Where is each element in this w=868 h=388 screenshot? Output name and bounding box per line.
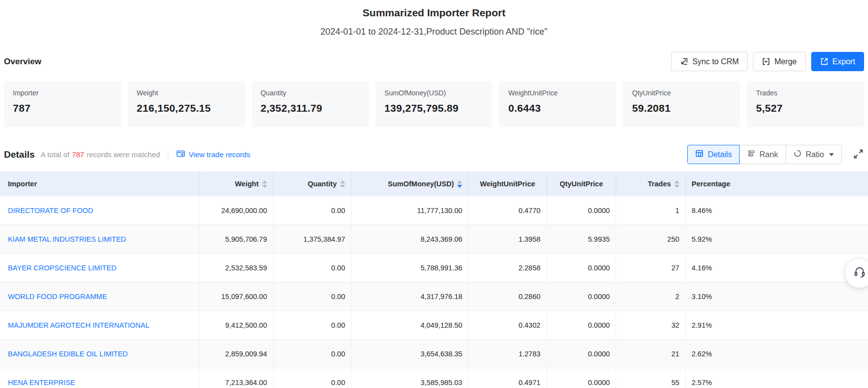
summary-suffix: records were matched	[87, 150, 160, 159]
importer-link[interactable]: DIRECTORATE OF FOOD	[8, 207, 93, 215]
fullscreen-button[interactable]	[853, 148, 864, 161]
column-label: Quantity	[308, 180, 337, 188]
sync-to-crm-button[interactable]: Sync to CRM	[671, 52, 748, 71]
importer-link-container: BAYER CROPSCIENCE LIMITED	[0, 254, 199, 282]
stat-label: Weight	[137, 89, 236, 97]
sort-icon-active-desc[interactable]	[457, 180, 462, 188]
stat-card-quantity: Quantity 2,352,311.79	[252, 81, 369, 127]
percentage-cell: 2.57%	[686, 368, 868, 388]
table-row: KIAM METAL INDUSTRIES LIMITED5,905,706.7…	[0, 225, 868, 254]
weight-unit-price-cell: 1.3958	[469, 225, 547, 253]
trades-cell: 1	[616, 196, 686, 224]
trade-records-icon	[176, 150, 185, 159]
stat-value: 59.2081	[632, 102, 731, 114]
quantity-cell: 0.00	[274, 196, 352, 224]
details-heading: Details	[4, 149, 35, 160]
importer-link-container: HENA ENTERPRISE	[0, 368, 199, 388]
sum-of-money-cell: 4,317,976.18	[352, 282, 469, 310]
qty-unit-price-cell: 5.9935	[547, 225, 617, 253]
quantity-cell: 0.00	[274, 340, 352, 368]
column-label: Importer	[8, 180, 37, 188]
qty-unit-price-cell: 0.0000	[547, 254, 617, 282]
table-row: BAYER CROPSCIENCE LIMITED2,532,583.590.0…	[0, 254, 868, 282]
sync-to-crm-label: Sync to CRM	[692, 57, 739, 66]
records-count: 787	[72, 150, 84, 159]
column-label: Percentage	[692, 180, 730, 188]
stat-label: Trades	[756, 89, 855, 97]
summary-prefix: A total of	[40, 150, 69, 159]
weight-unit-price-cell: 0.4770	[469, 196, 547, 224]
view-trade-records-link[interactable]: View trade records	[176, 150, 250, 159]
export-button[interactable]: Export	[811, 52, 864, 71]
column-header-quantity[interactable]: Quantity	[274, 172, 352, 196]
importer-link[interactable]: MAJUMDER AGROTECH INTERNATIONAL	[8, 321, 150, 329]
sort-icon[interactable]	[262, 180, 267, 188]
stat-label: WeightUnitPrice	[508, 89, 607, 97]
export-label: Export	[832, 57, 855, 66]
stat-value: 787	[13, 102, 112, 114]
weight-cell: 2,532,583.59	[199, 254, 273, 282]
records-matched-text: A total of787records were matched	[40, 150, 160, 159]
stat-value: 2,352,311.79	[261, 102, 360, 114]
overview-bar: Overview Sync to CRM Merge Export	[4, 52, 864, 71]
tab-ratio[interactable]: Ratio	[786, 145, 842, 164]
importer-link[interactable]: BANGLADESH EDIBLE OIL LIMITED	[8, 350, 128, 358]
importer-link-container: WORLD FOOD PROGRAMME	[0, 282, 199, 310]
sum-of-money-cell: 4,049,128.50	[352, 311, 469, 339]
weight-unit-price-cell: 2.2858	[469, 254, 547, 282]
trades-cell: 21	[616, 340, 686, 368]
column-header-weight[interactable]: Weight	[199, 172, 273, 196]
percentage-cell: 3.10%	[686, 282, 868, 310]
sum-of-money-cell: 3,654,638.35	[352, 340, 469, 368]
column-header-trades[interactable]: Trades	[616, 172, 686, 196]
details-summary: Details A total of787records were matche…	[4, 149, 250, 160]
trades-cell: 2	[616, 282, 686, 310]
merge-label: Merge	[774, 57, 796, 66]
tab-rank[interactable]: Rank	[739, 145, 786, 164]
stat-value: 5,527	[756, 102, 855, 114]
stat-card-sum-of-money: SumOfMoney(USD) 139,275,795.89	[376, 81, 493, 127]
merge-button[interactable]: Merge	[753, 52, 805, 71]
importer-link-container: MAJUMDER AGROTECH INTERNATIONAL	[0, 311, 199, 339]
percentage-cell: 8.46%	[686, 196, 868, 224]
sum-of-money-cell: 11,777,130.00	[352, 196, 469, 224]
details-bar: Details A total of787records were matche…	[4, 145, 864, 164]
table-header-row: Importer Weight Quantity SumOfMoney(USD)…	[0, 172, 868, 196]
quantity-cell: 0.00	[274, 282, 352, 310]
column-label: QtyUnitPrice	[559, 180, 603, 188]
vertical-divider	[168, 150, 168, 159]
fullscreen-expand-icon	[853, 148, 864, 161]
trades-cell: 250	[616, 225, 686, 253]
importer-link[interactable]: WORLD FOOD PROGRAMME	[8, 293, 107, 301]
stat-value: 139,275,795.89	[385, 102, 484, 114]
table-row: WORLD FOOD PROGRAMME15,097,600.000.004,3…	[0, 282, 868, 311]
qty-unit-price-cell: 0.0000	[547, 340, 617, 368]
tab-details[interactable]: Details	[687, 145, 740, 164]
stat-card-trades: Trades 5,527	[747, 81, 864, 127]
weight-unit-price-cell: 0.2860	[469, 282, 547, 310]
export-icon	[820, 57, 829, 66]
overview-heading: Overview	[4, 57, 41, 67]
stat-cards: Importer 787 Weight 216,150,275.15 Quant…	[4, 81, 864, 127]
importer-link-container: KIAM METAL INDUSTRIES LIMITED	[0, 225, 199, 253]
column-header-weight-unit-price: WeightUnitPrice	[469, 172, 547, 196]
weight-unit-price-cell: 1.2783	[469, 340, 547, 368]
importer-link[interactable]: HENA ENTERPRISE	[8, 379, 75, 387]
percentage-cell: 4.16%	[686, 254, 868, 282]
trades-cell: 27	[616, 254, 686, 282]
importer-link[interactable]: KIAM METAL INDUSTRIES LIMITED	[8, 235, 126, 243]
view-trade-records-label: View trade records	[189, 150, 250, 159]
importer-table: Importer Weight Quantity SumOfMoney(USD)…	[0, 172, 868, 388]
sort-icon[interactable]	[674, 180, 679, 188]
quantity-cell: 0.00	[274, 311, 352, 339]
column-label: Weight	[235, 180, 259, 188]
importer-link[interactable]: BAYER CROPSCIENCE LIMITED	[8, 264, 117, 272]
page-subtitle: 2024-01-01 to 2024-12-31,Product Descrip…	[0, 27, 868, 37]
headset-icon	[853, 266, 866, 281]
sync-icon	[680, 57, 688, 66]
table-grid-icon	[695, 149, 704, 160]
weight-cell: 24,690,000.00	[199, 196, 273, 224]
column-header-sum-of-money[interactable]: SumOfMoney(USD)	[352, 172, 469, 196]
sort-icon[interactable]	[340, 180, 345, 188]
importer-link-container: BANGLADESH EDIBLE OIL LIMITED	[0, 340, 199, 368]
